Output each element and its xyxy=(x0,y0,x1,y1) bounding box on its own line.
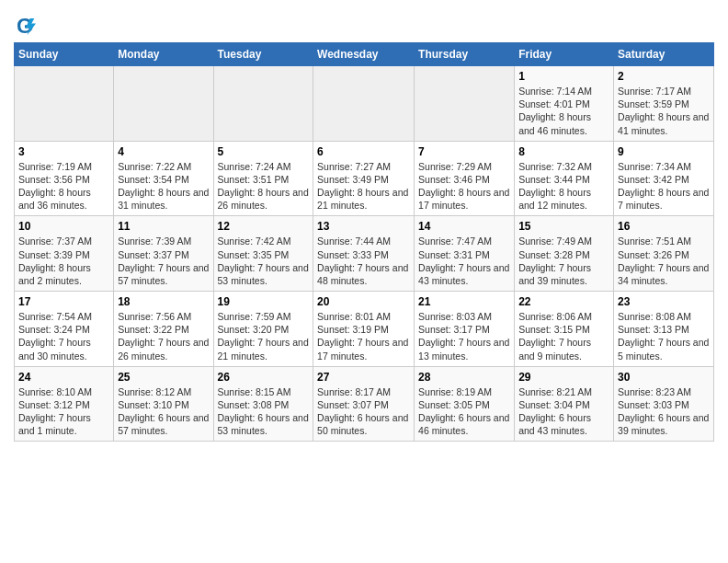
day-info: Sunrise: 7:22 AM Sunset: 3:54 PM Dayligh… xyxy=(118,160,209,213)
weekday-header-row: SundayMondayTuesdayWednesdayThursdayFrid… xyxy=(15,43,714,66)
day-number: 14 xyxy=(418,220,510,233)
day-info: Sunrise: 7:27 AM Sunset: 3:49 PM Dayligh… xyxy=(317,160,410,213)
day-cell: 10Sunrise: 7:37 AM Sunset: 3:39 PM Dayli… xyxy=(15,216,114,292)
weekday-header-monday: Monday xyxy=(114,43,213,66)
day-info: Sunrise: 7:39 AM Sunset: 3:37 PM Dayligh… xyxy=(118,235,209,287)
day-cell: 15Sunrise: 7:49 AM Sunset: 3:28 PM Dayli… xyxy=(515,216,614,292)
day-number: 15 xyxy=(518,220,609,233)
day-info: Sunrise: 7:34 AM Sunset: 3:42 PM Dayligh… xyxy=(618,160,710,213)
day-cell: 16Sunrise: 7:51 AM Sunset: 3:26 PM Dayli… xyxy=(614,216,714,292)
day-info: Sunrise: 8:06 AM Sunset: 3:15 PM Dayligh… xyxy=(518,310,609,362)
day-info: Sunrise: 8:21 AM Sunset: 3:04 PM Dayligh… xyxy=(518,385,609,438)
day-number: 30 xyxy=(618,371,710,384)
day-cell xyxy=(213,66,313,142)
day-number: 7 xyxy=(418,145,510,158)
day-info: Sunrise: 7:32 AM Sunset: 3:44 PM Dayligh… xyxy=(518,160,609,213)
day-info: Sunrise: 7:14 AM Sunset: 4:01 PM Dayligh… xyxy=(518,85,609,137)
day-info: Sunrise: 7:42 AM Sunset: 3:35 PM Dayligh… xyxy=(218,235,310,287)
day-cell: 17Sunrise: 7:54 AM Sunset: 3:24 PM Dayli… xyxy=(15,292,114,367)
week-row-1: 1Sunrise: 7:14 AM Sunset: 4:01 PM Daylig… xyxy=(15,66,714,142)
day-cell: 8Sunrise: 7:32 AM Sunset: 3:44 PM Daylig… xyxy=(515,141,614,216)
day-info: Sunrise: 7:37 AM Sunset: 3:39 PM Dayligh… xyxy=(18,235,109,287)
weekday-header-thursday: Thursday xyxy=(415,43,515,66)
day-cell: 5Sunrise: 7:24 AM Sunset: 3:51 PM Daylig… xyxy=(213,141,313,216)
day-number: 19 xyxy=(218,295,310,308)
day-info: Sunrise: 7:59 AM Sunset: 3:20 PM Dayligh… xyxy=(218,310,310,362)
header xyxy=(14,9,714,37)
day-info: Sunrise: 8:03 AM Sunset: 3:17 PM Dayligh… xyxy=(418,310,510,362)
day-cell: 28Sunrise: 8:19 AM Sunset: 3:05 PM Dayli… xyxy=(415,366,515,442)
logo-icon xyxy=(14,15,36,37)
day-number: 24 xyxy=(18,371,109,384)
day-cell: 13Sunrise: 7:44 AM Sunset: 3:33 PM Dayli… xyxy=(313,216,415,292)
day-cell: 23Sunrise: 8:08 AM Sunset: 3:13 PM Dayli… xyxy=(614,292,714,367)
day-number: 18 xyxy=(118,295,209,308)
day-number: 8 xyxy=(518,145,609,158)
day-cell: 26Sunrise: 8:15 AM Sunset: 3:08 PM Dayli… xyxy=(213,366,313,442)
day-cell: 12Sunrise: 7:42 AM Sunset: 3:35 PM Dayli… xyxy=(213,216,313,292)
day-number: 12 xyxy=(218,220,310,233)
day-cell: 30Sunrise: 8:23 AM Sunset: 3:03 PM Dayli… xyxy=(614,366,714,442)
day-number: 17 xyxy=(18,295,109,308)
day-info: Sunrise: 8:15 AM Sunset: 3:08 PM Dayligh… xyxy=(218,385,310,438)
day-number: 20 xyxy=(317,295,410,308)
day-number: 11 xyxy=(118,220,209,233)
day-info: Sunrise: 8:17 AM Sunset: 3:07 PM Dayligh… xyxy=(317,385,410,438)
day-info: Sunrise: 7:56 AM Sunset: 3:22 PM Dayligh… xyxy=(118,310,209,362)
day-info: Sunrise: 8:12 AM Sunset: 3:10 PM Dayligh… xyxy=(118,385,209,438)
weekday-header-tuesday: Tuesday xyxy=(213,43,313,66)
week-row-4: 17Sunrise: 7:54 AM Sunset: 3:24 PM Dayli… xyxy=(15,292,714,367)
weekday-header-friday: Friday xyxy=(515,43,614,66)
day-cell: 18Sunrise: 7:56 AM Sunset: 3:22 PM Dayli… xyxy=(114,292,213,367)
day-number: 27 xyxy=(317,371,410,384)
day-info: Sunrise: 7:51 AM Sunset: 3:26 PM Dayligh… xyxy=(618,235,710,287)
day-cell xyxy=(313,66,415,142)
day-info: Sunrise: 7:44 AM Sunset: 3:33 PM Dayligh… xyxy=(317,235,410,287)
day-number: 28 xyxy=(418,371,510,384)
weekday-header-saturday: Saturday xyxy=(614,43,714,66)
day-number: 22 xyxy=(518,295,609,308)
day-info: Sunrise: 7:47 AM Sunset: 3:31 PM Dayligh… xyxy=(418,235,510,287)
day-number: 29 xyxy=(518,371,609,384)
day-cell xyxy=(114,66,213,142)
day-info: Sunrise: 7:49 AM Sunset: 3:28 PM Dayligh… xyxy=(518,235,609,287)
day-info: Sunrise: 7:24 AM Sunset: 3:51 PM Dayligh… xyxy=(218,160,310,213)
day-number: 10 xyxy=(18,220,109,233)
day-number: 9 xyxy=(618,145,710,158)
day-number: 21 xyxy=(418,295,510,308)
calendar-table: SundayMondayTuesdayWednesdayThursdayFrid… xyxy=(14,42,714,442)
week-row-5: 24Sunrise: 8:10 AM Sunset: 3:12 PM Dayli… xyxy=(15,366,714,442)
day-cell: 4Sunrise: 7:22 AM Sunset: 3:54 PM Daylig… xyxy=(114,141,213,216)
day-number: 4 xyxy=(118,145,209,158)
day-cell: 19Sunrise: 7:59 AM Sunset: 3:20 PM Dayli… xyxy=(213,292,313,367)
weekday-header-sunday: Sunday xyxy=(15,43,114,66)
day-number: 16 xyxy=(618,220,710,233)
day-cell xyxy=(15,66,114,142)
day-number: 3 xyxy=(18,145,109,158)
day-cell: 14Sunrise: 7:47 AM Sunset: 3:31 PM Dayli… xyxy=(415,216,515,292)
day-number: 26 xyxy=(218,371,310,384)
day-cell: 7Sunrise: 7:29 AM Sunset: 3:46 PM Daylig… xyxy=(415,141,515,216)
day-cell: 20Sunrise: 8:01 AM Sunset: 3:19 PM Dayli… xyxy=(313,292,415,367)
day-number: 23 xyxy=(618,295,710,308)
day-cell: 27Sunrise: 8:17 AM Sunset: 3:07 PM Dayli… xyxy=(313,366,415,442)
day-cell: 3Sunrise: 7:19 AM Sunset: 3:56 PM Daylig… xyxy=(15,141,114,216)
day-cell: 21Sunrise: 8:03 AM Sunset: 3:17 PM Dayli… xyxy=(415,292,515,367)
day-info: Sunrise: 8:01 AM Sunset: 3:19 PM Dayligh… xyxy=(317,310,410,362)
day-number: 5 xyxy=(218,145,310,158)
day-cell: 11Sunrise: 7:39 AM Sunset: 3:37 PM Dayli… xyxy=(114,216,213,292)
week-row-3: 10Sunrise: 7:37 AM Sunset: 3:39 PM Dayli… xyxy=(15,216,714,292)
day-cell xyxy=(415,66,515,142)
day-info: Sunrise: 7:54 AM Sunset: 3:24 PM Dayligh… xyxy=(18,310,109,362)
day-number: 13 xyxy=(317,220,410,233)
day-info: Sunrise: 8:10 AM Sunset: 3:12 PM Dayligh… xyxy=(18,385,109,438)
day-cell: 24Sunrise: 8:10 AM Sunset: 3:12 PM Dayli… xyxy=(15,366,114,442)
day-number: 6 xyxy=(317,145,410,158)
logo xyxy=(14,15,38,37)
day-info: Sunrise: 8:23 AM Sunset: 3:03 PM Dayligh… xyxy=(618,385,710,438)
day-cell: 29Sunrise: 8:21 AM Sunset: 3:04 PM Dayli… xyxy=(515,366,614,442)
day-info: Sunrise: 8:08 AM Sunset: 3:13 PM Dayligh… xyxy=(618,310,710,362)
day-cell: 9Sunrise: 7:34 AM Sunset: 3:42 PM Daylig… xyxy=(614,141,714,216)
day-number: 25 xyxy=(118,371,209,384)
day-info: Sunrise: 7:19 AM Sunset: 3:56 PM Dayligh… xyxy=(18,160,109,213)
